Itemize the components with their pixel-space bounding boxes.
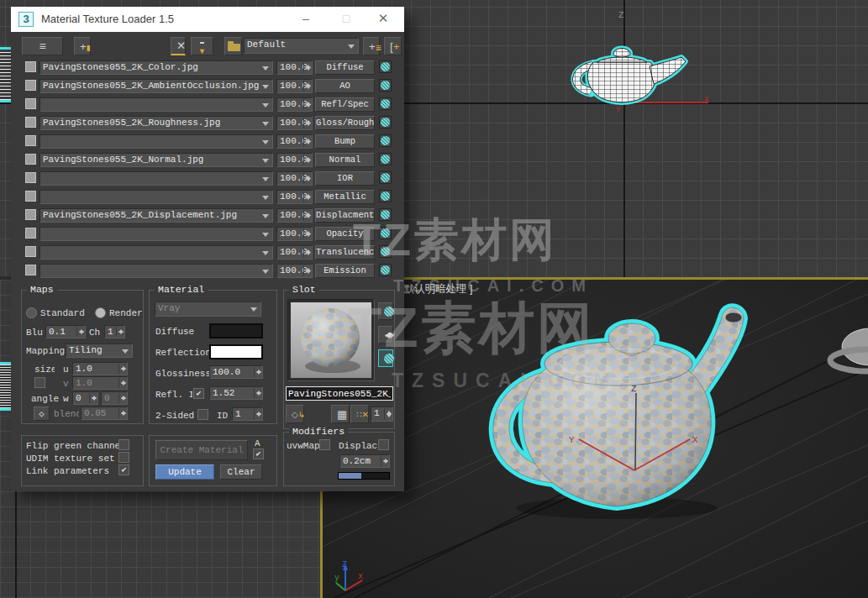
- map-channel-icon[interactable]: [379, 171, 392, 184]
- map-type-button[interactable]: Translucency: [315, 245, 375, 260]
- map-type-button[interactable]: Gloss/Rough: [315, 116, 375, 130]
- reflection-color-swatch[interactable]: [209, 344, 263, 359]
- partial-gray-object[interactable]: [830, 328, 868, 371]
- map-enable-checkbox[interactable]: [25, 61, 36, 72]
- auto-checkbox[interactable]: [253, 448, 264, 459]
- viewport-shading-label[interactable]: ] [默认明暗处理 ]: [395, 282, 472, 296]
- close-button[interactable]: ✕: [374, 10, 392, 29]
- render-radio-label[interactable]: Render: [109, 308, 143, 318]
- spinner-arrows-icon[interactable]: [254, 409, 261, 419]
- texture-file-dropdown[interactable]: PavingStones055_2K_Roughness.jpg: [39, 116, 273, 130]
- amount-spinner[interactable]: 100.0: [276, 134, 313, 149]
- map-type-button[interactable]: Displacment: [315, 208, 375, 223]
- spinner-arrows-icon[interactable]: [303, 228, 311, 239]
- map-channel-icon[interactable]: [379, 245, 392, 258]
- spinner-arrows-icon[interactable]: [118, 364, 126, 374]
- spinner-arrows-icon[interactable]: [303, 136, 311, 147]
- spinner-arrows-icon[interactable]: [118, 378, 126, 388]
- map-enable-checkbox[interactable]: [25, 246, 36, 257]
- update-button[interactable]: Update: [155, 464, 214, 480]
- teapot-selected[interactable]: [493, 307, 744, 506]
- spinner-arrows-icon[interactable]: [303, 62, 311, 73]
- spinner-arrows-icon[interactable]: [303, 173, 311, 184]
- link-params-checkbox[interactable]: [118, 464, 129, 475]
- map-type-button[interactable]: Opacity: [315, 227, 375, 241]
- spinner-arrows-icon[interactable]: [254, 388, 261, 398]
- texture-file-dropdown[interactable]: [39, 171, 273, 186]
- spinner-arrows-icon[interactable]: [303, 81, 311, 92]
- map-channel-icon[interactable]: [379, 227, 392, 239]
- uniform-size-checkbox[interactable]: [34, 377, 45, 388]
- spinner-arrows-icon[interactable]: [303, 118, 311, 129]
- spinner-arrows-icon[interactable]: [303, 155, 311, 165]
- maximize-button[interactable]: □: [337, 10, 355, 29]
- spinner-arrows-icon[interactable]: [303, 99, 311, 110]
- diffuse-color-swatch[interactable]: [209, 323, 263, 338]
- channel-spinner[interactable]: 1: [104, 325, 125, 338]
- filter-maps-button[interactable]: ▼: [191, 37, 213, 55]
- create-material-button[interactable]: Create Material: [155, 440, 248, 460]
- map-channel-icon[interactable]: [379, 190, 392, 202]
- spinner-arrows-icon[interactable]: [76, 327, 84, 337]
- material-name-input[interactable]: [286, 386, 393, 401]
- texture-file-dropdown[interactable]: [39, 190, 273, 204]
- uvwmap-checkbox[interactable]: [319, 439, 330, 450]
- map-type-button[interactable]: IOR: [315, 171, 375, 186]
- flip-green-checkbox[interactable]: [118, 439, 129, 450]
- map-type-button[interactable]: AO: [315, 79, 375, 93]
- blend-spinner[interactable]: 0.05: [81, 407, 128, 420]
- map-type-button[interactable]: Diffuse: [315, 60, 375, 75]
- spinner-arrows-icon[interactable]: [118, 408, 126, 418]
- v-size-spinner[interactable]: 1.0: [72, 376, 128, 390]
- amount-spinner[interactable]: 100.0: [276, 190, 313, 204]
- texture-file-dropdown[interactable]: [39, 97, 273, 112]
- u-size-spinner[interactable]: 1.0: [72, 362, 128, 375]
- spinner-arrows-icon[interactable]: [116, 327, 124, 337]
- amount-spinner[interactable]: 100.0: [276, 153, 313, 167]
- minimize-button[interactable]: –: [297, 10, 315, 29]
- add-preset-button[interactable]: +≣: [363, 37, 380, 55]
- material-preview[interactable]: [287, 299, 375, 381]
- export-preset-button[interactable]: [+: [384, 37, 402, 55]
- amount-spinner[interactable]: 100.0: [276, 116, 313, 130]
- map-channel-icon[interactable]: [379, 116, 392, 129]
- spinner-arrows-icon[interactable]: [381, 456, 388, 466]
- amount-spinner[interactable]: 100.0: [276, 208, 313, 223]
- add-map-button[interactable]: +▮: [74, 37, 91, 55]
- map-channel-icon[interactable]: [379, 97, 392, 110]
- angle2-spinner[interactable]: 0: [101, 391, 128, 405]
- texture-file-dropdown[interactable]: PavingStones055_2K_Normal.jpg: [39, 153, 273, 167]
- partial-wireframe-object[interactable]: [0, 362, 11, 411]
- displace-height-slider[interactable]: [338, 472, 390, 480]
- texture-file-dropdown[interactable]: [39, 227, 273, 241]
- map-type-button[interactable]: Bump: [315, 134, 375, 149]
- map-enable-checkbox[interactable]: [25, 228, 36, 239]
- ior-spinner[interactable]: 1.52: [209, 386, 263, 400]
- assign-material-button[interactable]: ◇↳: [286, 405, 304, 423]
- map-enable-checkbox[interactable]: [25, 135, 36, 146]
- texture-file-dropdown[interactable]: [39, 245, 273, 260]
- viewport-perspective[interactable]: Z X Y: [323, 280, 868, 598]
- stack-menu-button[interactable]: ≡: [22, 37, 63, 55]
- map-enable-checkbox[interactable]: [25, 172, 36, 183]
- map-type-button[interactable]: Refl/Spec: [315, 97, 375, 112]
- slot-count-spinner[interactable]: 1: [371, 407, 393, 422]
- displace-checkbox[interactable]: [378, 439, 389, 450]
- map-enable-checkbox[interactable]: [25, 191, 36, 202]
- amount-spinner[interactable]: 100.0: [276, 60, 313, 75]
- map-type-button[interactable]: Emission: [315, 264, 375, 278]
- render-radio[interactable]: [95, 307, 106, 318]
- displace-height-spinner[interactable]: 0.2cm: [339, 454, 390, 468]
- node-view-button[interactable]: ∷✕: [350, 405, 369, 423]
- two-sided-checkbox[interactable]: [197, 409, 208, 420]
- spinner-arrows-icon[interactable]: [384, 408, 392, 420]
- refl-ior-checkbox[interactable]: [193, 388, 204, 399]
- map-enable-checkbox[interactable]: [25, 265, 36, 275]
- map-channel-icon[interactable]: [379, 134, 392, 147]
- map-channel-icon[interactable]: [379, 60, 392, 73]
- texture-file-dropdown[interactable]: PavingStones055_2K_Displacement.jpg: [39, 208, 273, 223]
- map-channel-icon[interactable]: [379, 79, 392, 92]
- preview-sphere-button[interactable]: [378, 302, 393, 320]
- spinner-arrows-icon[interactable]: [303, 210, 311, 221]
- standard-radio[interactable]: [26, 307, 37, 318]
